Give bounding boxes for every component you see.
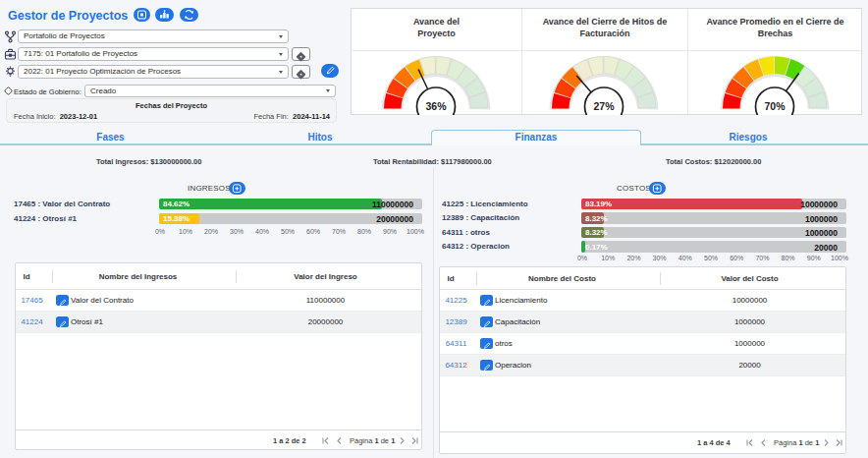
svg-text:36%: 36% (425, 100, 447, 112)
svg-text:27%: 27% (593, 100, 615, 112)
svg-text:70%: 70% (764, 100, 786, 112)
